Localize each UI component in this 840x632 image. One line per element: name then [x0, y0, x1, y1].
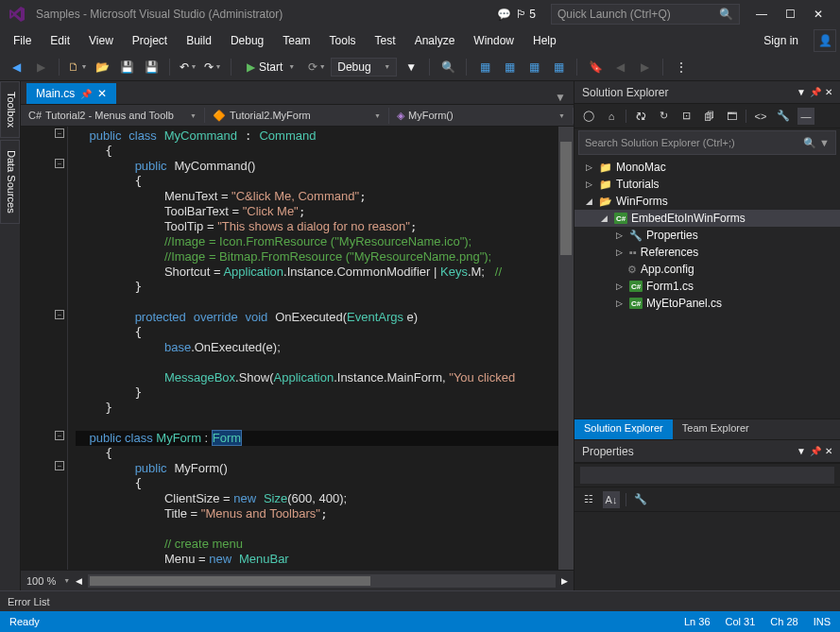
zoom-level[interactable]: 100 %	[26, 575, 56, 587]
nav-fwd-button[interactable]: ▶	[30, 57, 51, 77]
menu-edit[interactable]: Edit	[41, 30, 79, 51]
new-project-button[interactable]: 🗋▼	[67, 57, 88, 77]
tab-solution-explorer[interactable]: Solution Explorer	[574, 419, 673, 439]
alphabetize-icon[interactable]: A↓	[603, 491, 620, 508]
tab-team-explorer[interactable]: Team Explorer	[673, 419, 759, 439]
properties-grid[interactable]	[574, 512, 840, 590]
properties-icon[interactable]: 🗔	[723, 108, 740, 125]
menu-project[interactable]: Project	[123, 30, 177, 51]
document-tab-main[interactable]: Main.cs 📌 ✕	[26, 83, 116, 104]
comment-button[interactable]: ▦	[474, 57, 495, 77]
config-dropdown[interactable]: Debug▼	[331, 58, 397, 77]
menu-test[interactable]: Test	[366, 30, 405, 51]
open-file-button[interactable]: 📂	[92, 57, 112, 77]
minimize-button[interactable]: —	[747, 4, 776, 25]
tree-item-monomac[interactable]: ▷📁MonoMac	[574, 159, 840, 176]
toolbar-overflow[interactable]: ⋮	[671, 57, 692, 77]
panel-menu-button[interactable]: ▼	[797, 446, 806, 456]
start-debug-button[interactable]: ▶Start▼	[239, 59, 302, 76]
pin-icon[interactable]: 📌	[80, 89, 92, 99]
fold-marker[interactable]: −	[55, 461, 64, 470]
tree-item-myetopanel[interactable]: ▷C#MyEtoPanel.cs	[574, 295, 840, 312]
hscroll-left-button[interactable]: ◀	[76, 576, 82, 586]
filter-icon[interactable]: —	[797, 108, 814, 125]
error-list-tab[interactable]: Error List	[0, 590, 840, 611]
menu-window[interactable]: Window	[464, 30, 523, 51]
collapse-icon[interactable]: ⊡	[677, 108, 694, 125]
categorize-icon[interactable]: ☷	[580, 491, 597, 508]
show-all-icon[interactable]: 🗐	[700, 108, 717, 125]
indent-button[interactable]: ▦	[523, 57, 544, 77]
horizontal-scrollbar[interactable]	[88, 574, 556, 588]
tree-item-appconfig[interactable]: ⚙App.config	[574, 261, 840, 278]
tree-item-embedeto[interactable]: ◢C#EmbedEtoInWinForms	[574, 210, 840, 227]
error-list-label: Error List	[8, 596, 50, 607]
panel-close-button[interactable]: ✕	[825, 446, 832, 456]
maximize-button[interactable]: ☐	[776, 4, 804, 25]
save-all-button[interactable]: 💾	[141, 57, 162, 77]
doc-dropdown-button[interactable]: ▼	[555, 91, 574, 104]
solution-tree[interactable]: ▷📁MonoMac ▷📁Tutorials ◢📂WinForms ◢C#Embe…	[574, 157, 840, 418]
find-in-files-button[interactable]: 🔍	[437, 57, 458, 77]
panel-close-button[interactable]: ✕	[825, 87, 832, 97]
code-gutter[interactable]: − − − − −	[21, 127, 68, 570]
panel-pin-button[interactable]: 📌	[810, 446, 821, 456]
data-sources-tab[interactable]: Data Sources	[0, 140, 20, 224]
refresh-icon[interactable]: ↻	[655, 108, 672, 125]
fold-marker[interactable]: −	[55, 128, 64, 138]
tree-item-tutorials[interactable]: ▷📁Tutorials	[574, 176, 840, 193]
notifications-icon[interactable]: 🏳 5	[516, 8, 536, 21]
tree-item-properties[interactable]: ▷🔧Properties	[574, 227, 840, 244]
close-button[interactable]: ✕	[804, 4, 832, 25]
wrench-icon[interactable]: 🔧	[775, 108, 792, 125]
home-icon[interactable]: ⌂	[603, 108, 620, 125]
signin-link[interactable]: Sign in	[754, 30, 808, 51]
save-button[interactable]: 💾	[116, 57, 137, 77]
undo-button[interactable]: ↶▼	[178, 57, 198, 77]
fold-marker[interactable]: −	[55, 431, 64, 440]
nav-back-button[interactable]: ◀	[6, 57, 26, 77]
menu-analyze[interactable]: Analyze	[405, 30, 465, 51]
menu-file[interactable]: File	[4, 30, 41, 51]
right-panel: Solution Explorer ▼ 📌 ✕ ◯ ⌂ 🗘 ↻ ⊡ 🗐 🗔 <>…	[574, 81, 840, 590]
solution-explorer-header: Solution Explorer ▼ 📌 ✕	[574, 81, 840, 104]
tree-item-form1[interactable]: ▷C#Form1.cs	[574, 278, 840, 295]
vertical-scrollbar[interactable]	[558, 127, 574, 570]
redo-button[interactable]: ↷▼	[202, 57, 223, 77]
solution-search-input[interactable]: Search Solution Explorer (Ctrl+;) 🔍 ▼	[578, 130, 836, 155]
close-tab-icon[interactable]: ✕	[97, 87, 107, 100]
tree-item-references[interactable]: ▷▪▪References	[574, 244, 840, 261]
code-editor[interactable]: − − − − − public class MyCommand : Comma…	[21, 127, 574, 570]
tree-item-winforms[interactable]: ◢📂WinForms	[574, 193, 840, 210]
next-bookmark-button[interactable]: ▶	[634, 57, 655, 77]
toolbox-tab[interactable]: Toolbox	[0, 81, 20, 138]
menu-tools[interactable]: Tools	[320, 30, 366, 51]
browser-button[interactable]: ⟳▼	[306, 57, 327, 77]
feedback-icon[interactable]: 💬	[491, 2, 516, 26]
user-icon[interactable]: 👤	[814, 29, 836, 52]
bookmark-button[interactable]: 🔖	[585, 57, 606, 77]
menu-help[interactable]: Help	[523, 30, 566, 51]
nav-class-dropdown[interactable]: 🔶Tutorial2.MyForm▼	[205, 108, 389, 124]
quick-launch-input[interactable]: Quick Launch (Ctrl+Q) 🔍	[551, 4, 740, 25]
uncomment-button[interactable]: ▦	[499, 57, 520, 77]
menu-team[interactable]: Team	[273, 30, 319, 51]
menu-view[interactable]: View	[79, 30, 123, 51]
fold-marker[interactable]: −	[55, 310, 64, 319]
preview-icon[interactable]: <>	[752, 108, 769, 125]
code-content[interactable]: public class MyCommand : Command { publi…	[68, 127, 558, 570]
menu-debug[interactable]: Debug	[221, 30, 273, 51]
prev-bookmark-button[interactable]: ◀	[609, 57, 630, 77]
panel-pin-button[interactable]: 📌	[810, 87, 821, 97]
panel-menu-button[interactable]: ▼	[797, 87, 806, 97]
fold-marker[interactable]: −	[55, 159, 64, 168]
nav-member-dropdown[interactable]: ◈MyForm()▼	[389, 108, 574, 124]
menu-build[interactable]: Build	[177, 30, 221, 51]
outdent-button[interactable]: ▦	[548, 57, 569, 77]
property-pages-icon[interactable]: 🔧	[632, 491, 649, 508]
hscroll-right-button[interactable]: ▶	[561, 576, 568, 586]
sync-icon[interactable]: 🗘	[632, 108, 649, 125]
platform-dropdown[interactable]: ▼	[401, 57, 421, 77]
nav-project-dropdown[interactable]: C#Tutorial2 - Menus and Toolb▼	[21, 108, 205, 123]
back-icon[interactable]: ◯	[580, 108, 597, 125]
